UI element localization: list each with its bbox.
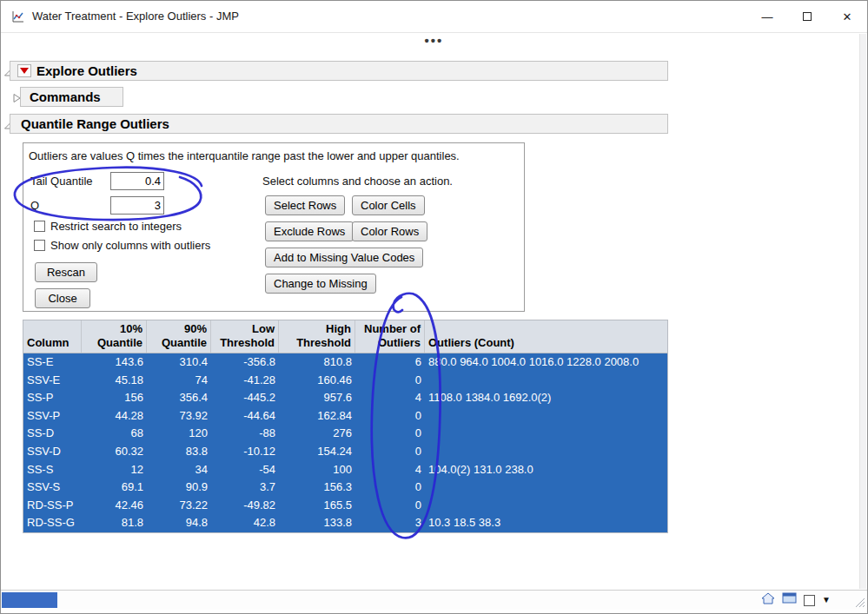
checkbox-label: Restrict search to integers [50, 220, 182, 233]
q-input[interactable] [110, 196, 164, 215]
q-label: Q [30, 199, 39, 212]
resize-grip[interactable] [853, 596, 865, 608]
tail-quantile-label: Tail Quantile [30, 175, 93, 188]
change-to-missing-button[interactable]: Change to Missing [265, 274, 376, 294]
section-title: Commands [30, 89, 101, 104]
rescan-button[interactable]: Rescan [35, 262, 97, 282]
cell-outliers [425, 407, 667, 426]
cell-outliers [425, 372, 667, 390]
cell-high: 100 [279, 461, 355, 479]
jmp-window: Water Treatment - Explore Outliers - JMP… [0, 0, 868, 614]
exclude-rows-button[interactable]: Exclude Rows [265, 221, 354, 241]
section-header-quantile-range-outliers[interactable]: Quantile Range Outliers [10, 114, 668, 134]
cell-q10: 42.46 [82, 497, 147, 515]
maximize-button[interactable] [787, 1, 827, 32]
cell-n: 0 [355, 425, 425, 443]
table-row[interactable]: SS-P156356.4-445.2957.641108.0 1384.0 16… [23, 389, 667, 407]
table-row[interactable]: SSV-D60.3283.8-10.12154.240 [23, 443, 667, 461]
red-triangle-menu-button[interactable] [17, 64, 31, 77]
tail-quantile-input[interactable] [110, 172, 164, 190]
cell-q10: 12 [82, 461, 147, 479]
cell-high: 160.46 [279, 372, 355, 390]
checkbox-label: Show only columns with outliers [50, 239, 210, 252]
cell-outliers [425, 497, 667, 515]
cell-outliers [425, 425, 667, 443]
table-row[interactable]: SSV-S69.190.93.7156.30 [23, 479, 667, 497]
cell-low: -49.82 [211, 497, 279, 515]
status-progress-segment [2, 592, 57, 608]
cell-q90: 356.4 [147, 389, 211, 407]
column-header-high-threshold[interactable]: High Threshold [279, 320, 355, 353]
window-controls: — ✕ [747, 1, 867, 32]
cell-q10: 69.1 [82, 479, 147, 497]
cell-q10: 81.8 [82, 514, 147, 532]
table-row[interactable]: SS-D68120-882760 [23, 425, 667, 443]
title-bar: Water Treatment - Explore Outliers - JMP… [1, 1, 867, 33]
section-header-explore-outliers[interactable]: Explore Outliers [10, 61, 668, 81]
table-row[interactable]: SSV-E45.1874-41.28160.460 [23, 372, 667, 390]
status-square-indicator[interactable] [804, 595, 815, 606]
column-header-column[interactable]: Column [23, 320, 82, 353]
color-rows-button[interactable]: Color Rows [352, 221, 427, 241]
cell-n: 0 [355, 407, 425, 426]
close-panel-button[interactable]: Close [35, 288, 90, 308]
section-title: Quantile Range Outliers [21, 116, 169, 131]
outliers-table: Column 10% Quantile 90% Quantile Low Thr… [23, 320, 668, 533]
window-title: Water Treatment - Explore Outliers - JMP [32, 1, 239, 32]
section-title: Explore Outliers [36, 63, 137, 78]
table-row[interactable]: SSV-P44.2873.92-44.64162.840 [23, 407, 667, 426]
column-header-number-of-outliers[interactable]: Number of Outliers [355, 320, 425, 353]
cell-q10: 44.28 [82, 407, 147, 426]
cell-high: 810.8 [279, 353, 355, 372]
cell-outliers [425, 479, 667, 497]
cell-high: 156.3 [279, 479, 355, 497]
close-button[interactable]: ✕ [827, 1, 867, 32]
add-to-missing-value-codes-button[interactable]: Add to Missing Value Codes [265, 248, 423, 267]
cell-low: -54 [211, 461, 279, 479]
cell-q90: 310.4 [147, 353, 211, 372]
status-dropdown-icon[interactable]: ▼ [822, 593, 831, 607]
cell-column: SSV-E [23, 372, 82, 390]
status-icons: ▼ [761, 593, 831, 607]
cell-q90: 83.8 [147, 443, 211, 461]
table-row[interactable]: RD-SS-P42.4673.22-49.82165.50 [23, 497, 667, 515]
cell-q90: 73.22 [147, 497, 211, 515]
cell-n: 6 [355, 353, 425, 372]
right-scroll-strip[interactable] [859, 34, 866, 589]
home-icon[interactable] [761, 592, 775, 609]
cell-low: -41.28 [211, 372, 279, 390]
checkbox-icon[interactable] [34, 221, 45, 232]
cell-n: 0 [355, 443, 425, 461]
cell-high: 165.5 [279, 497, 355, 515]
maximize-icon [803, 12, 812, 21]
window-view-icon[interactable] [782, 592, 797, 608]
close-icon: ✕ [843, 10, 852, 23]
dock-handle-dots[interactable]: ••• [1, 35, 867, 46]
color-cells-button[interactable]: Color Cells [352, 195, 425, 215]
table-row[interactable]: SS-E143.6310.4-356.8810.86880.0 964.0 10… [23, 353, 667, 372]
column-header-10-quantile[interactable]: 10% Quantile [82, 320, 147, 353]
cell-high: 276 [279, 425, 355, 443]
minimize-button[interactable]: — [747, 1, 787, 32]
table-row[interactable]: RD-SS-G81.894.842.8133.8310.3 18.5 38.3 [23, 514, 667, 532]
column-header-outliers-count[interactable]: Outliers (Count) [425, 320, 667, 353]
restrict-integers-checkbox[interactable]: Restrict search to integers [34, 220, 182, 233]
section-header-commands[interactable]: Commands [20, 87, 123, 107]
cell-q10: 45.18 [82, 372, 147, 390]
red-triangle-icon [20, 68, 29, 74]
cell-q10: 60.32 [82, 443, 147, 461]
table-row[interactable]: SS-S1234-541004104.0(2) 131.0 238.0 [23, 461, 667, 479]
show-only-outliers-checkbox[interactable]: Show only columns with outliers [34, 239, 210, 252]
cell-column: SS-S [23, 461, 82, 479]
cell-q10: 68 [82, 425, 147, 443]
cell-column: SS-P [23, 389, 82, 407]
column-header-90-quantile[interactable]: 90% Quantile [147, 320, 211, 353]
minimize-icon: — [762, 10, 773, 23]
select-rows-button[interactable]: Select Rows [265, 195, 345, 215]
cell-column: SS-D [23, 425, 82, 443]
status-bar: ▼ [1, 590, 867, 610]
checkbox-icon[interactable] [34, 240, 45, 251]
column-header-low-threshold[interactable]: Low Threshold [211, 320, 279, 353]
cell-high: 162.84 [279, 407, 355, 426]
cell-outliers: 10.3 18.5 38.3 [425, 514, 667, 532]
